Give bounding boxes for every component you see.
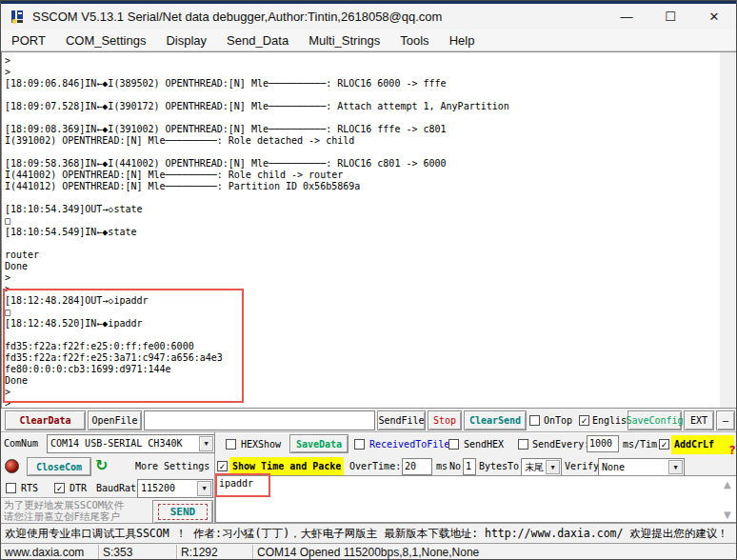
scroll-up-icon[interactable]: ▲	[724, 479, 731, 490]
received-to-file-label: ReceivedToFile	[369, 435, 449, 454]
ext-button[interactable]: EXT	[684, 410, 714, 430]
minimize-button[interactable]: —	[605, 4, 648, 30]
menu-item-help[interactable]: Help	[449, 33, 475, 48]
received-to-file-checkbox[interactable]	[354, 439, 365, 450]
send-file-button[interactable]: SendFile	[377, 410, 426, 430]
clear-send-button[interactable]: ClearSend	[464, 410, 527, 430]
menu-item-send-data[interactable]: Send_Data	[227, 33, 289, 48]
menu-item-display[interactable]: Display	[166, 33, 207, 48]
no-label: No	[449, 457, 461, 476]
control-panel: ClearData OpenFile SendFile Stop ClearSe…	[1, 409, 737, 523]
terminal-line-18-09-08-369-in-i-391002-openthread-n-mle-rloc16-fffe-c801: [18:09:08.369]IN←◆I(391002) OPENTHREAD:[…	[5, 124, 718, 135]
cut-mode-value: 末尾	[525, 459, 545, 475]
file-path-input[interactable]	[144, 410, 375, 430]
add-crlf-checkbox[interactable]	[659, 439, 669, 450]
app-icon	[10, 10, 25, 25]
send-data-textarea[interactable]: ipaddr	[215, 475, 737, 523]
terminal-line-router: router	[5, 250, 718, 261]
comnum-label: ComNum	[4, 434, 38, 453]
send-interval-input[interactable]: 1000	[587, 435, 619, 452]
sscom-window: { "window": { "title": "SSCOM V5.13.1 Se…	[0, 0, 737, 560]
terminal-line-16	[5, 238, 718, 250]
bytes-to-label: BytesTo	[479, 457, 519, 476]
send-button-label: SEND	[158, 504, 209, 520]
save-config-button[interactable]: SaveConfig	[627, 410, 682, 430]
com-port-select[interactable]: COM14 USB-SERIAL CH340K ▼	[47, 434, 215, 453]
ms-label: ms	[436, 457, 448, 476]
terminal-line-12	[5, 192, 718, 204]
bytes-input[interactable]: 1	[463, 458, 476, 475]
cut-mode-select[interactable]: 末尾 ▼	[521, 458, 562, 476]
terminal-line-5	[5, 112, 718, 124]
collapse-button[interactable]: —	[716, 410, 735, 430]
clear-data-button[interactable]: ClearData	[5, 410, 86, 430]
verify-select[interactable]: None ▼	[598, 458, 685, 476]
send-hex-checkbox[interactable]	[448, 439, 459, 450]
terminal-line-18-10-54-549-in-state: [18:10:54.549]IN←◆state	[5, 227, 718, 238]
terminal-line-18-09-58-368-in-i-441002-openthread-n-mle-rloc16-c801-6000: [18:09:58.368]IN←◆I(441002) OPENTHREAD:[…	[5, 158, 718, 170]
menu-item-com-settings[interactable]: COM_Settings	[66, 33, 147, 48]
send-every-label: SendEvery:	[532, 435, 589, 454]
terminal-line-0: >	[5, 55, 718, 67]
terminal-line-done: Done	[5, 261, 718, 272]
overtime-input[interactable]: 20	[402, 458, 432, 475]
send-every-checkbox[interactable]	[518, 439, 528, 450]
terminal-line-i-441012-openthread-n-mle-partition-id-0x56b5869a: I(441012) OPENTHREAD:[N] Mle─────────: P…	[5, 181, 718, 192]
status-port-info: COM14 Opened 115200bps,8,1,None,None	[253, 545, 737, 560]
show-time-checkbox[interactable]	[217, 461, 228, 471]
promo-line2: 请您注册嘉立创F结尾客户	[4, 510, 151, 522]
status-sent-count: S:353	[99, 545, 177, 560]
baudrate-label: BaudRat	[96, 479, 136, 498]
status-site[interactable]: www.daxia.com	[1, 545, 99, 560]
hexshow-checkbox[interactable]	[226, 439, 236, 450]
window-title: SSCOM V5.13.1 Serial/Net data debugger,A…	[32, 10, 442, 24]
help-question-mark[interactable]: ?	[728, 443, 736, 457]
terminal-line-1: >	[5, 67, 718, 78]
baudrate-select[interactable]: 115200 ▼	[137, 479, 213, 498]
close-button[interactable]: ✕	[692, 4, 736, 30]
terminal-line-18-09-07-528-in-i-390172-openthread-n-mle-attach-attempt-1-anypartition: [18:09:07.528]IN←◆I(390172) OPENTHREAD:[…	[5, 101, 718, 112]
add-crlf-label: AddCrLf	[671, 435, 734, 454]
close-com-button[interactable]: CloseCom	[27, 457, 91, 476]
refresh-ports-icon[interactable]: ↻	[95, 458, 108, 473]
open-file-button[interactable]: OpenFile	[88, 410, 142, 430]
divider	[1, 431, 737, 433]
chevron-down-icon[interactable]: ▼	[199, 436, 213, 451]
menu-item-port[interactable]: PORT	[11, 33, 46, 48]
rts-checkbox[interactable]	[6, 483, 16, 493]
title-bar: SSCOM V5.13.1 Serial/Net data debugger,A…	[1, 1, 736, 30]
ms-tim-label: ms/Tim	[623, 435, 657, 454]
terminal-line-19: >	[5, 272, 718, 284]
send-button[interactable]: SEND	[152, 500, 213, 524]
terminal-scrollbar[interactable]	[720, 52, 735, 408]
annotation-rect-send-ipaddr	[215, 473, 270, 497]
terminal-line-i-391002-openthread-n-mle-role-detached-child: I(391002) OPENTHREAD:[N] Mle─────────: R…	[5, 135, 718, 147]
stop-button[interactable]: Stop	[428, 410, 462, 430]
com-status-led	[5, 459, 19, 473]
chevron-down-icon[interactable]: ▼	[197, 481, 211, 496]
terminal-line-i-441002-openthread-n-mle-role-child-router: I(441002) OPENTHREAD:[N] Mle─────────: R…	[5, 170, 718, 181]
menu-item-multi-strings[interactable]: Multi_Strings	[309, 33, 380, 48]
overtime-label: OverTime:	[349, 457, 401, 476]
maximize-button[interactable]: ☐	[648, 4, 692, 30]
save-data-button[interactable]: SaveData	[289, 434, 349, 453]
terminal-line-3	[5, 90, 718, 101]
scroll-down-icon[interactable]: ▼	[724, 510, 731, 520]
terminal-line-18-10-54-349-out-state: [18:10:54.349]OUT→◇state	[5, 204, 718, 215]
status-received-count: R:1292	[177, 545, 253, 560]
terminal-line-14: □	[5, 215, 718, 227]
status-bar: www.daxia.com S:353 R:1292 COM14 Opened …	[1, 544, 737, 560]
dtr-checkbox[interactable]	[54, 483, 65, 493]
menu-item-tools[interactable]: Tools	[400, 33, 428, 48]
annotation-rect-terminal-ipaddr	[3, 289, 244, 403]
baudrate-value: 115200	[141, 480, 196, 497]
chevron-down-icon[interactable]: ▼	[668, 460, 683, 474]
terminal-line-18-09-06-846-in-i-389502-openthread-n-mle-rloc16-6000-fffe: [18:09:06.846]IN←◆I(389502) OPENTHREAD:[…	[5, 78, 718, 90]
promo-line1: 为了更好地发展SSCOM软件	[4, 499, 151, 510]
english-checkbox[interactable]	[579, 415, 589, 426]
ontop-checkbox[interactable]	[529, 415, 540, 426]
more-settings-button[interactable]: More Settings	[135, 457, 209, 476]
ontop-label: OnTop	[544, 411, 572, 430]
chevron-down-icon[interactable]: ▼	[546, 460, 560, 474]
rts-label: RTS	[21, 479, 38, 498]
